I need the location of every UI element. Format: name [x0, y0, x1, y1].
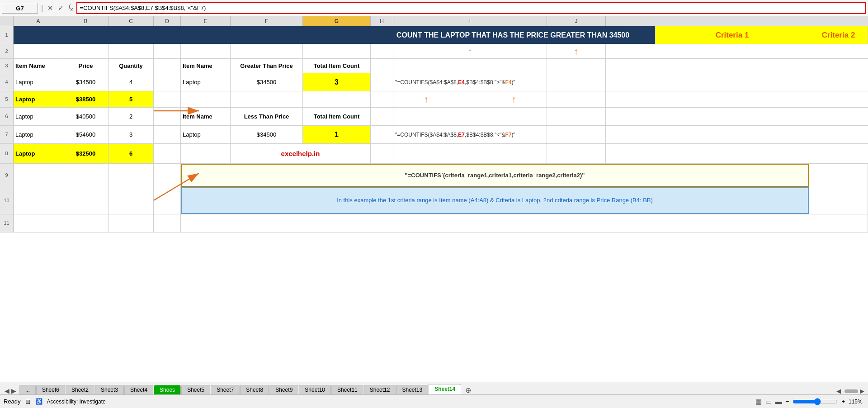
scroll-left-icon[interactable]: ◀: [836, 388, 841, 394]
cell-h3[interactable]: [371, 59, 393, 73]
cell-d11[interactable]: [154, 214, 181, 232]
cell-a1[interactable]: [14, 26, 63, 44]
cell-c4[interactable]: 4: [108, 73, 154, 91]
cell-d8[interactable]: [154, 144, 181, 163]
cell-g3-header[interactable]: Total Item Count: [303, 59, 371, 73]
page-layout-view-icon[interactable]: ▬: [775, 398, 782, 405]
cell-h7[interactable]: [371, 126, 393, 143]
insert-function-icon[interactable]: fx: [67, 3, 74, 13]
cell-e4[interactable]: Laptop: [181, 73, 231, 91]
cell-a3-header[interactable]: Item Name: [14, 59, 63, 73]
cell-f4[interactable]: $34500: [231, 73, 303, 91]
sheet-tab-sheet3[interactable]: Sheet3: [95, 385, 124, 394]
cell-i6[interactable]: [393, 108, 547, 125]
cell-e8[interactable]: [181, 144, 231, 163]
cell-b7[interactable]: $54600: [63, 126, 108, 143]
cell-reference-box[interactable]: G7: [2, 3, 38, 14]
cell-d1[interactable]: [154, 26, 181, 44]
cell-j8[interactable]: [547, 144, 606, 163]
sheet-tab-sheet11[interactable]: Sheet11: [331, 385, 363, 394]
col-header-b[interactable]: B: [63, 16, 108, 26]
scroll-right-icon[interactable]: ▶: [860, 388, 864, 394]
col-header-c[interactable]: C: [108, 16, 154, 26]
col-header-a[interactable]: A: [14, 16, 63, 26]
cell-d6[interactable]: [154, 108, 181, 125]
cell-a10[interactable]: [14, 187, 63, 214]
cell-d2[interactable]: [154, 44, 181, 58]
cell-j10[interactable]: [809, 187, 868, 214]
cell-g1[interactable]: [303, 26, 371, 44]
cell-j9[interactable]: [809, 164, 868, 187]
cell-h1[interactable]: COUNT THE LAPTOP THAT HAS THE PRICE GREA…: [371, 26, 656, 44]
cell-e3-header[interactable]: Item Name: [181, 59, 231, 73]
cell-a7[interactable]: Laptop: [14, 126, 63, 143]
cell-h2[interactable]: [371, 44, 393, 58]
cell-i4-formula[interactable]: "=COUNTIFS($A$4:$A$8,E4,$B$4:$B$8,">"&F4…: [393, 73, 547, 91]
col-header-i[interactable]: I: [393, 16, 547, 26]
cell-f1[interactable]: [231, 26, 303, 44]
cell-e2[interactable]: [181, 44, 231, 58]
confirm-formula-icon[interactable]: ✓: [57, 4, 65, 12]
accessibility-icon[interactable]: ♿: [35, 398, 42, 405]
cell-i1[interactable]: Criteria 1: [656, 26, 809, 44]
cell-b4[interactable]: $34500: [63, 73, 108, 91]
cell-h8[interactable]: [371, 144, 393, 163]
cell-b2[interactable]: [63, 44, 108, 58]
cell-b5[interactable]: $38500: [63, 91, 108, 107]
sheet-tab-sheet2[interactable]: Sheet2: [66, 385, 94, 394]
sheet-tab-sheet8[interactable]: Sheet8: [240, 385, 269, 394]
zoom-minus-icon[interactable]: −: [786, 398, 789, 405]
zoom-plus-icon[interactable]: +: [841, 398, 845, 405]
accessibility-text[interactable]: Accessibility: Investigate: [47, 399, 106, 405]
cell-c3-header[interactable]: Quantity: [108, 59, 154, 73]
normal-view-icon[interactable]: ▦: [755, 398, 762, 406]
cell-j1[interactable]: Criteria 2: [809, 26, 868, 44]
sheet-tab-sheet6[interactable]: Sheet6: [36, 385, 65, 394]
cell-i3[interactable]: [393, 59, 547, 73]
cell-d4[interactable]: [154, 73, 181, 91]
cell-a9[interactable]: [14, 164, 63, 187]
col-header-e[interactable]: E: [181, 16, 231, 26]
cell-g5[interactable]: [303, 91, 371, 107]
cell-e7[interactable]: Laptop: [181, 126, 231, 143]
cell-g2[interactable]: [303, 44, 371, 58]
cell-f2[interactable]: [231, 44, 303, 58]
cell-c2[interactable]: [108, 44, 154, 58]
cell-b8[interactable]: $32500: [63, 144, 108, 163]
sheet-tab-sheet14[interactable]: Sheet14: [429, 384, 461, 394]
cell-a4[interactable]: Laptop: [14, 73, 63, 91]
cell-a5[interactable]: Laptop: [14, 91, 63, 107]
add-sheet-button[interactable]: ⊕: [462, 386, 475, 394]
cell-f7[interactable]: $34500: [231, 126, 303, 143]
cell-d7[interactable]: [154, 126, 181, 143]
cell-c10[interactable]: [108, 187, 154, 214]
cell-c6[interactable]: 2: [108, 108, 154, 125]
cell-d9[interactable]: [154, 164, 181, 187]
cell-c7[interactable]: 3: [108, 126, 154, 143]
cell-h4[interactable]: [371, 73, 393, 91]
cell-h6[interactable]: [371, 108, 393, 125]
cell-b6[interactable]: $40500: [63, 108, 108, 125]
cell-b10[interactable]: [63, 187, 108, 214]
col-header-g[interactable]: G: [303, 16, 371, 26]
col-header-d[interactable]: D: [154, 16, 181, 26]
formula-input[interactable]: [76, 2, 866, 14]
cell-efgh11[interactable]: [181, 214, 809, 232]
cell-h5[interactable]: [371, 91, 393, 107]
col-header-h[interactable]: H: [371, 16, 393, 26]
sheet-tab-sheet4[interactable]: Sheet4: [124, 385, 153, 394]
sheet-tab-sheet9[interactable]: Sheet9: [269, 385, 298, 394]
cell-i8[interactable]: [393, 144, 547, 163]
cancel-formula-icon[interactable]: ✕: [46, 4, 55, 12]
cell-a6[interactable]: Laptop: [14, 108, 63, 125]
sheet-nav-arrows[interactable]: ◀ ▶: [2, 387, 19, 394]
cell-i5[interactable]: ↑ ↑: [393, 91, 547, 107]
cell-c8[interactable]: 6: [108, 144, 154, 163]
cell-e1[interactable]: [181, 26, 231, 44]
cell-a2[interactable]: [14, 44, 63, 58]
cell-d5[interactable]: [154, 91, 181, 107]
cell-d3[interactable]: [154, 59, 181, 73]
cell-j11[interactable]: [809, 214, 868, 232]
col-header-f[interactable]: F: [231, 16, 303, 26]
cell-j7[interactable]: [547, 126, 606, 143]
